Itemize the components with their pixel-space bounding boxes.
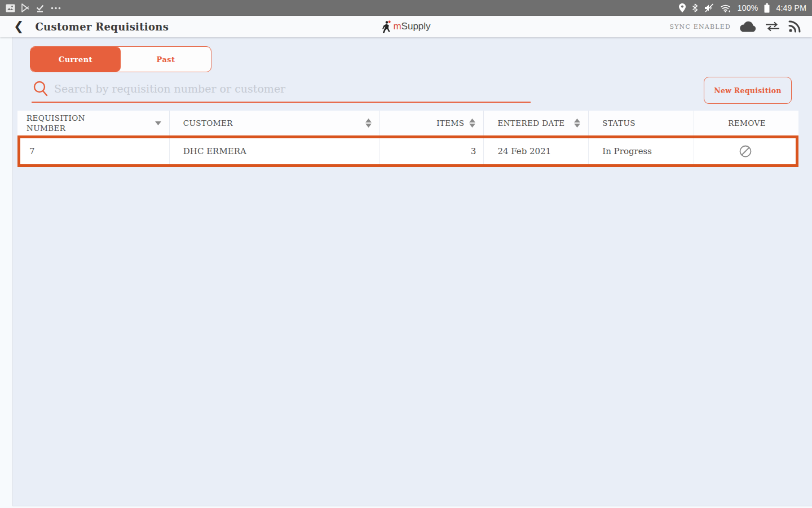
battery-icon <box>764 3 770 13</box>
search-row: New Requisition <box>32 77 792 104</box>
cell-remove[interactable] <box>694 138 796 164</box>
play-store-icon <box>21 3 29 12</box>
search-box <box>32 78 531 103</box>
cancel-icon[interactable] <box>739 144 752 158</box>
bluetooth-icon <box>692 3 698 12</box>
tab-bar: Current Past <box>30 46 211 72</box>
cell-status: In Progress <box>589 138 694 164</box>
cell-customer: DHC ERMERA <box>170 138 380 164</box>
column-header-requisition-number[interactable]: REQUISITION NUMBER <box>17 111 170 135</box>
tab-current[interactable]: Current <box>30 47 121 72</box>
mute-icon <box>704 3 714 12</box>
column-header-entered-date[interactable]: ENTERED DATE <box>484 111 589 135</box>
download-done-icon <box>36 3 45 12</box>
back-button[interactable]: ❮ <box>10 20 27 33</box>
column-header-items[interactable]: ITEMS <box>380 111 484 135</box>
status-bar-clock: 4:49 PM <box>776 3 806 12</box>
logo-text: mSupply <box>393 21 430 32</box>
more-notifications-icon <box>51 7 61 10</box>
column-header-status: STATUS <box>589 111 694 135</box>
tab-past[interactable]: Past <box>121 47 211 72</box>
page-title: Customer Requisitions <box>35 21 169 33</box>
screenshot-icon <box>6 4 15 12</box>
screen: 100% 4:49 PM ❮ Customer Requisitions mSu… <box>0 0 812 508</box>
header-right: SYNC ENABLED <box>669 20 802 33</box>
logo-supply: Supply <box>401 21 431 32</box>
cell-requisition-number: 7 <box>20 138 170 164</box>
battery-percent: 100% <box>738 3 758 12</box>
column-header-remove: REMOVE <box>694 111 798 135</box>
sort-both-icon <box>365 119 372 128</box>
sync-arrows-icon[interactable] <box>765 21 780 32</box>
requisition-row-highlighted[interactable]: 7 DHC ERMERA 3 24 Feb 2021 In Progress <box>17 135 798 167</box>
status-bar-system: 100% 4:49 PM <box>679 3 806 13</box>
sort-both-icon <box>469 119 475 128</box>
android-status-bar: 100% 4:49 PM <box>0 0 812 16</box>
table-header-row: REQUISITION NUMBER CUSTOMER ITEMS <box>17 111 798 135</box>
cloud-icon[interactable] <box>739 20 757 33</box>
search-input[interactable] <box>54 82 531 95</box>
cell-entered-date: 24 Feb 2021 <box>484 138 589 164</box>
cell-items: 3 <box>380 138 484 164</box>
column-header-customer[interactable]: CUSTOMER <box>170 111 380 135</box>
search-icon <box>33 80 48 97</box>
wifi-icon <box>720 3 731 12</box>
sort-desc-icon <box>155 121 161 125</box>
location-icon <box>679 3 686 12</box>
rss-icon[interactable] <box>788 20 802 33</box>
requisitions-table: REQUISITION NUMBER CUSTOMER ITEMS <box>17 111 798 167</box>
logo-m: m <box>393 21 401 32</box>
content-card: Current Past New Requisition REQUISITION… <box>12 37 812 506</box>
sort-both-icon <box>574 119 580 128</box>
new-requisition-button[interactable]: New Requisition <box>704 77 792 104</box>
msupply-logo: mSupply <box>381 20 430 33</box>
status-bar-notifications <box>6 3 61 12</box>
app-header: ❮ Customer Requisitions mSupply SYNC ENA… <box>0 16 812 37</box>
msupply-runner-icon <box>381 20 391 33</box>
sync-status-label: SYNC ENABLED <box>669 23 731 30</box>
